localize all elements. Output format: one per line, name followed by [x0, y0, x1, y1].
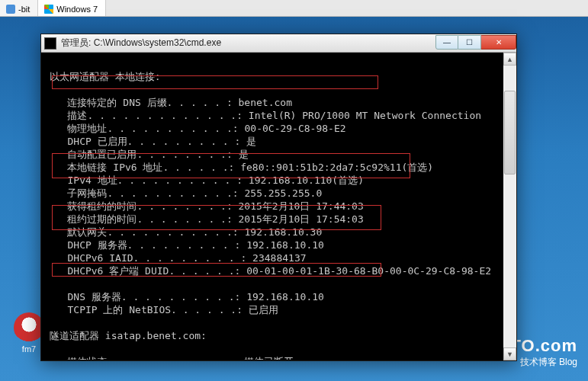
tab-windows7[interactable]: Windows 7: [38, 0, 106, 16]
cmd-window: 管理员: C:\Windows\system32\cmd.exe — ☐ ✕ 以…: [40, 34, 517, 361]
titlebar[interactable]: 管理员: C:\Windows\system32\cmd.exe — ☐ ✕: [41, 34, 516, 53]
maximize-button[interactable]: ☐: [458, 35, 481, 50]
window-title: 管理员: C:\Windows\system32\cmd.exe: [59, 37, 435, 50]
window-buttons: — ☐ ✕: [435, 34, 516, 52]
shortcut-icon: [14, 312, 44, 343]
terminal-output[interactable]: 以太网适配器 本地连接: 连接特定的 DNS 后缀. . . . . : ben…: [42, 53, 516, 360]
close-button[interactable]: ✕: [481, 35, 516, 50]
tab-bit[interactable]: -bit: [0, 0, 38, 16]
cmd-icon: [44, 37, 56, 50]
scroll-thumb[interactable]: [504, 91, 516, 174]
scroll-up-button[interactable]: ▲: [503, 53, 516, 66]
scroll-down-button[interactable]: ▼: [503, 347, 516, 360]
vm-icon: [6, 5, 15, 14]
minimize-button[interactable]: —: [435, 35, 458, 50]
tab-bit-label: -bit: [18, 5, 30, 14]
tab-win7-label: Windows 7: [56, 5, 98, 14]
vertical-scrollbar[interactable]: ▲ ▼: [503, 53, 516, 360]
vm-tab-strip: -bit Windows 7: [0, 0, 588, 17]
windows-icon: [44, 5, 53, 14]
